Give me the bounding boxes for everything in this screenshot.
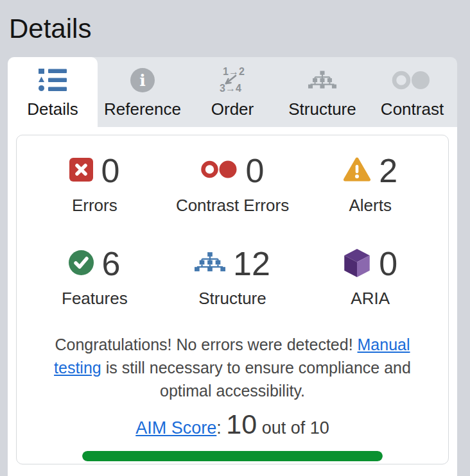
- stat-value: 6: [101, 247, 120, 280]
- stat-value: 2: [379, 154, 397, 187]
- stat-label: Structure: [198, 289, 266, 309]
- alert-icon: [343, 157, 371, 185]
- details-tab-panel: 0 Errors 0 Contrast Errors: [8, 127, 457, 476]
- stat-errors-top: 0: [69, 152, 119, 189]
- stat-contrast-errors-top: 0: [201, 152, 265, 189]
- stat-value: 0: [379, 247, 397, 280]
- stat-alerts-top: 2: [343, 152, 397, 189]
- tab-contrast[interactable]: Contrast: [367, 57, 457, 127]
- feature-icon: [69, 250, 94, 278]
- svg-text:3→4: 3→4: [220, 83, 241, 94]
- tab-reference[interactable]: i Reference: [98, 57, 187, 127]
- stat-label: ARIA: [351, 289, 390, 309]
- contrast-error-icon: [201, 160, 238, 182]
- tab-structure[interactable]: Structure: [277, 57, 367, 127]
- tab-details[interactable]: Details: [8, 57, 98, 127]
- message-text-after: is still necessary to ensure compliance …: [101, 359, 411, 400]
- sitemap-icon: [308, 64, 336, 97]
- stat-structure: 12 Structure: [164, 245, 302, 309]
- svg-text:1→2: 1→2: [223, 66, 245, 77]
- stat-contrast-errors: 0 Contrast Errors: [164, 152, 302, 216]
- stat-label: Features: [62, 289, 128, 309]
- stat-value: 0: [101, 154, 119, 187]
- tab-label: Structure: [288, 99, 356, 119]
- stat-errors: 0 Errors: [26, 152, 164, 216]
- stats-row-1: 0 Errors 0 Contrast Errors: [26, 152, 439, 216]
- stat-aria: 0 ARIA: [301, 245, 439, 309]
- aim-score-suffix: out of 10: [257, 418, 329, 438]
- tab-label: Contrast: [381, 99, 444, 119]
- stat-value: 0: [246, 154, 265, 187]
- stat-label: Contrast Errors: [176, 196, 289, 216]
- summary-card: 0 Errors 0 Contrast Errors: [16, 135, 449, 464]
- stat-label: Alerts: [349, 196, 391, 216]
- svg-text:i: i: [139, 71, 146, 90]
- stat-alerts: 2 Alerts: [301, 152, 439, 216]
- message-text-before: Congratulations! No errors were detected…: [55, 336, 357, 353]
- error-icon: [69, 158, 93, 184]
- sidebar-header: Details: [0, 0, 470, 57]
- tab-label: Details: [27, 99, 78, 119]
- stat-aria-top: 0: [343, 245, 397, 282]
- tab-bar: Details i Reference 1→2 3→4: [8, 57, 457, 127]
- aim-score-line: AIM Score: 10 out of 10: [26, 409, 439, 443]
- stat-features: 6 Features: [26, 245, 164, 309]
- structure-icon: [195, 252, 225, 275]
- aria-icon: [343, 248, 371, 280]
- stat-structure-top: 12: [195, 245, 270, 282]
- stat-value: 12: [233, 247, 270, 280]
- tab-label: Order: [211, 99, 254, 119]
- stat-label: Errors: [72, 196, 118, 216]
- aim-progress-bar: [82, 451, 383, 461]
- stat-features-top: 6: [69, 245, 120, 282]
- aim-progress-fill: [82, 451, 383, 461]
- stats-row-2: 6 Features: [26, 245, 439, 309]
- tab-label: Reference: [104, 99, 181, 119]
- aim-separator: :: [216, 418, 226, 438]
- page-title: Details: [9, 13, 91, 44]
- summary-message: Congratulations! No errors were detected…: [36, 333, 429, 402]
- info-icon: i: [130, 64, 155, 97]
- tab-order[interactable]: 1→2 3→4 Order: [187, 57, 277, 127]
- aim-score-link[interactable]: AIM Score: [135, 418, 216, 438]
- contrast-icon: [392, 64, 433, 97]
- order-icon: 1→2 3→4: [217, 64, 248, 97]
- aim-score-value: 10: [226, 409, 257, 439]
- list-icon: [39, 64, 67, 97]
